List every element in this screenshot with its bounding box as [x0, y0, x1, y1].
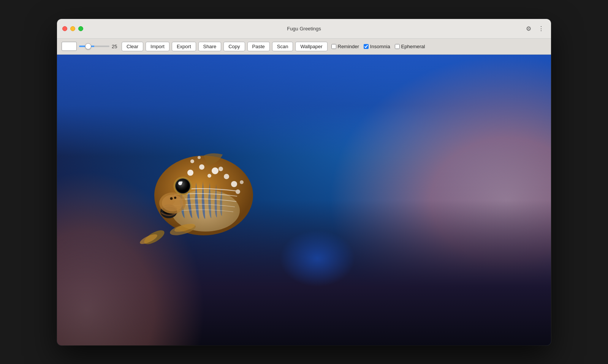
reminder-label[interactable]: Reminder [331, 44, 359, 49]
app-window: Fugu Greetings ⚙ ⋮ 25 Clear Import Expor… [57, 19, 551, 345]
svg-point-29 [198, 156, 201, 159]
traffic-lights [62, 26, 83, 31]
toolbar: 25 Clear Import Export Share Copy Paste … [57, 39, 551, 55]
svg-point-10 [218, 167, 223, 171]
svg-point-5 [212, 167, 218, 174]
svg-point-9 [207, 174, 211, 178]
svg-point-17 [162, 195, 183, 211]
export-button[interactable]: Export [172, 42, 196, 51]
svg-point-22 [176, 179, 190, 193]
minimize-button[interactable] [70, 26, 75, 31]
svg-point-24 [181, 181, 183, 183]
svg-point-7 [231, 181, 237, 187]
import-button[interactable]: Import [146, 42, 169, 51]
ephemeral-checkbox[interactable] [395, 44, 400, 49]
size-slider[interactable] [79, 46, 109, 47]
clear-button[interactable]: Clear [122, 42, 143, 51]
window-actions: ⚙ ⋮ [524, 24, 546, 34]
window-title: Fugu Greetings [287, 26, 321, 32]
svg-point-27 [174, 197, 176, 199]
svg-point-28 [190, 159, 194, 163]
ephemeral-text: Ephemeral [401, 44, 425, 49]
share-button[interactable]: Share [198, 42, 222, 51]
svg-point-3 [187, 170, 193, 176]
copy-button[interactable]: Copy [223, 42, 245, 51]
svg-point-11 [236, 189, 240, 194]
maximize-button[interactable] [78, 26, 83, 31]
checkbox-group: Reminder Insomnia Ephemeral [331, 44, 425, 49]
slider-value: 25 [112, 44, 119, 49]
color-swatch[interactable] [62, 42, 77, 51]
reminder-checkbox[interactable] [331, 44, 336, 49]
svg-point-26 [170, 197, 173, 200]
insomnia-text: Insomnia [370, 44, 390, 49]
canvas-area[interactable] [57, 55, 551, 345]
slider-container: 25 [79, 44, 119, 49]
menu-icon: ⋮ [538, 25, 544, 32]
insomnia-label[interactable]: Insomnia [364, 44, 390, 49]
bg-blue-spot [279, 230, 355, 287]
menu-button[interactable]: ⋮ [537, 24, 546, 34]
ephemeral-label[interactable]: Ephemeral [395, 44, 425, 49]
fish-illustration [116, 127, 276, 256]
insomnia-checkbox[interactable] [364, 44, 369, 49]
svg-point-4 [199, 164, 204, 170]
gear-icon: ⚙ [526, 25, 531, 32]
gear-button[interactable]: ⚙ [524, 24, 533, 34]
svg-point-6 [224, 174, 229, 179]
titlebar: Fugu Greetings ⚙ ⋮ [57, 19, 551, 39]
paste-button[interactable]: Paste [247, 42, 270, 51]
fish-scene [57, 55, 551, 345]
reminder-text: Reminder [338, 44, 359, 49]
svg-point-12 [240, 180, 244, 184]
close-button[interactable] [62, 26, 67, 31]
wallpaper-button[interactable]: Wallpaper [295, 42, 327, 51]
scan-button[interactable]: Scan [272, 42, 293, 51]
